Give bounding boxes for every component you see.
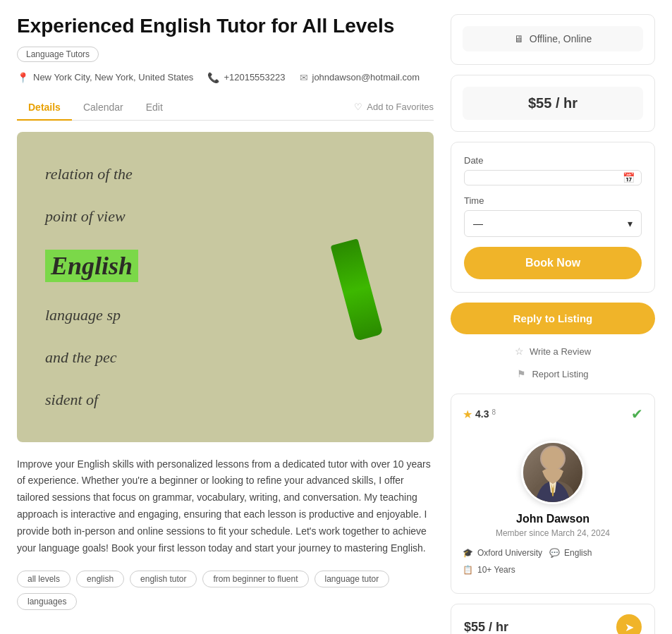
price-display: $55 / hr [463,87,643,120]
time-group: Time — ▾ [464,195,642,237]
add-to-favorites-button[interactable]: ♡ Add to Favorites [354,96,434,118]
date-input-wrapper: 📅 [464,170,642,185]
booking-card: Date 📅 Time — ▾ Book Now [451,142,655,293]
avatar [521,441,585,504]
availability-card: 🖥 Offline, Online [451,14,655,65]
heart-icon: ♡ [354,102,362,112]
tabs-row: Details Calendar Edit ♡ Add to Favorites [17,95,434,121]
book-text-4: and the pec [45,348,405,367]
book-text-5: sident of [45,391,405,409]
category-tag: Language Tutors [17,47,99,62]
rating-value: 4.3 [475,408,489,420]
book-text-1: relation of the [45,165,405,183]
flag-icon: ⚑ [517,368,526,379]
time-placeholder: — [473,218,483,229]
university-text: Oxford University [477,548,542,558]
email-link[interactable]: johndawson@hotmail.com [312,72,420,83]
send-button[interactable]: ➤ [616,614,642,634]
time-label: Time [464,195,642,206]
tutor-profile: John Dawson Member since March 24, 2024 … [463,434,643,582]
actions-row: ☆ Write a Review ⚑ Report Listing [451,343,655,382]
verified-badge: ✔ [631,406,643,422]
favorites-label: Add to Favorites [367,102,434,112]
profile-card: ★ 4.3 8 ✔ [451,394,655,594]
availability-text: Offline, Online [530,33,592,44]
language-text: English [564,548,592,558]
tag-4: language tutor [314,571,390,587]
tag-3: from beginner to fluent [202,571,308,587]
price-text: $55 / hr [528,95,578,111]
listing-title: Experienced English Tutor for All Levels [17,14,434,38]
date-input[interactable]: 📅 [464,170,642,185]
tab-calendar[interactable]: Calendar [72,95,135,120]
book-now-button[interactable]: Book Now [464,247,642,279]
book-text-2: point of view [45,207,405,226]
date-group: Date 📅 [464,155,642,185]
availability-badge: 🖥 Offline, Online [463,26,643,51]
bottom-price-bar: $55 / hr ➤ [451,604,655,634]
write-review-button[interactable]: ☆ Write a Review [451,343,655,360]
report-label: Report Listing [532,369,588,379]
location-item: 📍 New York City, New York, United States [17,72,193,83]
calendar-icon: 📅 [623,172,635,183]
tag-2: english tutor [130,571,197,587]
tag-5: languages [17,593,77,610]
tag-1: english [76,571,124,587]
location-text: New York City, New York, United States [33,72,193,83]
tab-details[interactable]: Details [17,95,72,120]
star-icon: ★ [463,408,472,421]
reply-to-listing-button[interactable]: Reply to Listing [451,303,655,334]
member-since: Member since March 24, 2024 [496,528,610,538]
tutor-details: 🎓 Oxford University 💬 English 📋 10+ Year… [463,548,643,575]
book-highlighted-text: English [45,250,138,282]
phone-text: +12015553223 [224,72,285,83]
tab-edit[interactable]: Edit [135,95,174,120]
graduation-icon: 🎓 [463,548,473,558]
rating-count: 8 [491,408,496,420]
chat-icon: 💬 [549,548,560,558]
experience-item: 📋 10+ Years [463,565,515,575]
meta-row: 📍 New York City, New York, United States… [17,72,434,83]
star-outline-icon: ☆ [515,346,524,357]
send-icon: ➤ [625,621,634,634]
location-icon: 📍 [17,72,29,83]
tags-row: all levels english english tutor from be… [17,571,434,610]
email-icon: ✉ [300,72,308,83]
phone-item: 📞 +12015553223 [207,72,285,83]
price-card: $55 / hr [451,75,655,132]
university-item: 🎓 Oxford University [463,548,542,558]
rating-row: ★ 4.3 8 ✔ [463,406,643,422]
chevron-icon: ▾ [628,218,633,229]
monitor-icon: 🖥 [514,33,524,44]
phone-icon: 📞 [207,72,219,83]
listing-description: Improve your English skills with persona… [17,456,434,557]
clock-icon: 📋 [463,565,473,575]
bottom-price-text: $55 / hr [464,620,508,635]
tag-0: all levels [17,571,71,587]
report-listing-button[interactable]: ⚑ Report Listing [451,365,655,382]
experience-text: 10+ Years [477,565,515,575]
time-select[interactable]: — ▾ [464,210,642,237]
avatar-image [523,443,582,502]
tutor-name: John Dawson [516,513,589,525]
write-review-label: Write a Review [530,346,591,357]
language-item: 💬 English [549,548,592,558]
svg-point-2 [542,447,564,470]
sidebar: 🖥 Offline, Online $55 / hr Date 📅 [451,14,655,634]
email-item[interactable]: ✉ johndawson@hotmail.com [300,72,420,83]
time-input-wrapper: — ▾ [464,210,642,237]
date-label: Date [464,155,642,166]
rating-stars: ★ 4.3 8 [463,408,496,421]
listing-image: relation of the point of view English la… [17,132,434,442]
